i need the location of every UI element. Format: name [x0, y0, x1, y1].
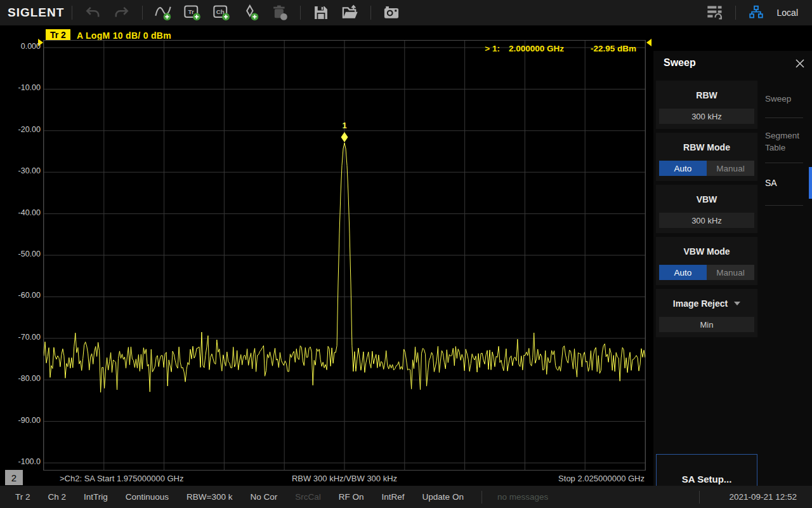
y-tick-label: -90.00	[0, 416, 41, 425]
image-reject-section: Image Reject Min	[656, 289, 757, 337]
sweep-panel: Sweep RBW 300 kHz RBW Mode Auto Manual V…	[653, 51, 812, 508]
y-tick-label: -100.0	[0, 457, 41, 466]
rail-separator	[765, 163, 803, 163]
rbw-vbw-label: RBW 300 kHz/VBW 300 kHz	[43, 474, 646, 483]
status-srccal: SrcCal	[295, 492, 321, 502]
panel-title: Sweep	[664, 57, 696, 69]
marker-readout: > 1: 2.000000 GHz -22.95 dBm	[485, 44, 636, 53]
status-channel: Ch 2	[48, 492, 67, 502]
trace-svg: 1	[44, 41, 645, 470]
rail-separator	[765, 205, 803, 206]
vbw-mode-toggle: Auto Manual	[659, 265, 754, 280]
svg-text:Tr: Tr	[188, 8, 195, 15]
ref-level-triangle-right	[646, 39, 652, 46]
status-sweep-mode: Continuous	[126, 492, 169, 502]
sequence-list-icon	[706, 4, 724, 22]
rbw-value-field[interactable]: 300 kHz	[659, 109, 754, 124]
delete-button[interactable]	[268, 3, 291, 22]
status-ref: IntRef	[382, 492, 405, 502]
camera-icon	[383, 4, 400, 22]
redo-button[interactable]	[110, 3, 133, 22]
vbw-section: VBW 300 kHz	[656, 185, 757, 233]
plot-footer: >Ch2: SA Start 1.975000000 GHz RBW 300 k…	[43, 472, 646, 486]
status-update: Update On	[422, 492, 464, 502]
spectrum-plot[interactable]: 1 > 1: 2.000000 GHz -22.95 dBm	[43, 40, 646, 471]
connection-button[interactable]	[745, 3, 768, 22]
status-bar: Tr 2 Ch 2 IntTrig Continuous RBW=300 k N…	[0, 486, 812, 508]
rbw-mode-section: RBW Mode Auto Manual	[656, 133, 757, 181]
rbw-mode-label: RBW Mode	[656, 142, 757, 152]
rbw-mode-manual-button[interactable]: Manual	[707, 161, 754, 176]
add-marker-icon	[242, 4, 259, 22]
vbw-mode-manual-button[interactable]: Manual	[707, 265, 754, 280]
y-tick-label: -30.00	[0, 166, 41, 175]
vbw-mode-section: VBW Mode Auto Manual	[656, 237, 757, 285]
save-icon	[312, 4, 330, 22]
siglent-logo: SIGLENT	[8, 6, 66, 20]
add-trace-window-button[interactable]: Tr	[181, 3, 204, 22]
vbw-label: VBW	[656, 194, 757, 204]
vbw-value-field[interactable]: 300 kHz	[659, 213, 754, 228]
marker-ampl-value: -22.95 dBm	[591, 44, 636, 53]
connection-mode-label[interactable]: Local	[777, 8, 798, 18]
top-toolbar: SIGLENT Tr Ch	[0, 0, 812, 25]
svg-text:Ch: Ch	[216, 8, 225, 15]
chevron-down-icon	[734, 302, 740, 305]
image-reject-label-text: Image Reject	[673, 298, 728, 309]
rbw-mode-auto-button[interactable]: Auto	[659, 161, 707, 176]
rail-separator	[765, 117, 803, 118]
toolbar-separator	[72, 6, 72, 20]
tab-sa[interactable]: SA	[765, 177, 807, 189]
status-trigger: IntTrig	[84, 492, 108, 502]
y-tick-label: -20.00	[0, 125, 41, 134]
toolbar-separator	[735, 6, 736, 20]
toolbar-separator	[370, 6, 371, 20]
add-trace-icon	[154, 4, 172, 22]
vbw-mode-auto-button[interactable]: Auto	[659, 265, 707, 280]
add-marker-button[interactable]	[239, 3, 262, 22]
image-reject-value-dropdown[interactable]: Min	[659, 317, 754, 332]
marker-freq-value: 2.000000 GHz	[509, 44, 564, 53]
vbw-mode-label: VBW Mode	[656, 246, 757, 257]
add-ch-icon: Ch	[213, 4, 230, 22]
panel-tab-rail: Sweep Segment Table SA	[759, 51, 812, 508]
y-tick-label: -60.00	[0, 291, 41, 300]
toolbar-separator	[300, 6, 301, 20]
redo-icon	[114, 4, 130, 21]
status-correction: No Cor	[251, 492, 278, 502]
folder-open-icon	[341, 4, 359, 22]
rbw-label: RBW	[656, 90, 757, 100]
status-separator	[699, 491, 700, 504]
tab-sweep[interactable]: Sweep	[765, 93, 807, 105]
svg-text:1: 1	[342, 121, 346, 130]
y-tick-label: -40.00	[0, 208, 41, 217]
status-timestamp: 2021-09-21 12:52	[729, 492, 797, 502]
screenshot-button[interactable]	[380, 3, 403, 22]
status-message: no messages	[497, 492, 548, 502]
rbw-mode-toggle: Auto Manual	[659, 161, 754, 176]
stop-freq-label: Stop 2.025000000 GHz	[558, 474, 645, 483]
add-channel-button[interactable]: Ch	[210, 3, 233, 22]
save-button[interactable]	[310, 3, 332, 22]
y-tick-label: -70.00	[0, 333, 41, 342]
status-rbw: RBW=300 k	[187, 492, 232, 502]
panel-controls: RBW 300 kHz RBW Mode Auto Manual VBW 300…	[656, 81, 757, 341]
y-tick-label: -50.00	[0, 250, 41, 258]
trace-format-label: A LogM 10 dB/ 0 dBm	[77, 30, 171, 41]
marker-id-label: > 1:	[485, 44, 500, 53]
active-tab-indicator	[809, 167, 812, 199]
y-tick-label: -10.00	[0, 83, 41, 92]
channel-badge[interactable]: 2	[5, 470, 23, 485]
status-rf: RF On	[339, 492, 364, 502]
undo-button[interactable]	[81, 3, 104, 22]
open-recall-button[interactable]	[339, 3, 362, 22]
add-trace-button[interactable]	[152, 3, 174, 22]
add-tr-icon: Tr	[183, 4, 201, 22]
status-separator	[481, 491, 482, 504]
sequence-button[interactable]	[704, 3, 726, 22]
rbw-section: RBW 300 kHz	[656, 81, 757, 129]
trash-icon	[271, 4, 289, 22]
main-area: Tr 2 A LogM 10 dB/ 0 dBm 0.000-10.00-20.…	[0, 25, 812, 486]
status-trace: Tr 2	[15, 492, 30, 502]
tab-segment-table[interactable]: Segment Table	[765, 130, 807, 154]
